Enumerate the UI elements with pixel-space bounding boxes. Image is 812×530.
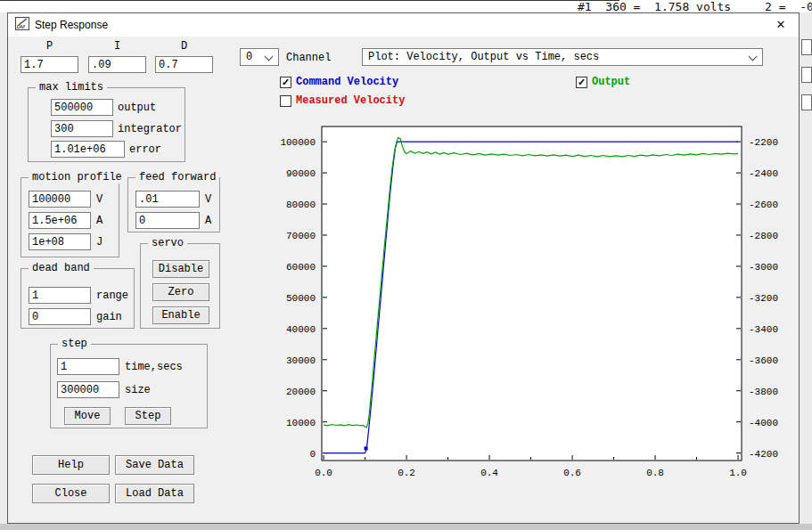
enable-button[interactable]: Enable [152, 306, 209, 324]
command-velocity-label: Command Velocity [296, 77, 398, 88]
dead-band-title: dead band [29, 262, 94, 274]
motion-profile-group: motion profile V A J [21, 177, 119, 257]
max-integrator-input[interactable] [51, 120, 113, 137]
background-left-strip [0, 12, 7, 524]
profile-v-input[interactable] [29, 191, 91, 208]
servo-group: servo Disable Zero Enable [140, 243, 220, 329]
deadband-range-label: range [96, 289, 128, 302]
svg-text:DM: DM [17, 24, 25, 29]
svg-text:0.2: 0.2 [398, 468, 415, 478]
zero-button[interactable]: Zero [152, 283, 209, 301]
svg-text:20000: 20000 [286, 387, 316, 397]
save-data-button[interactable]: Save Data [115, 455, 194, 475]
background-console: #1 360 = 1.758 volts 2 = -0. [0, 0, 812, 12]
deadband-gain-label: gain [96, 311, 122, 323]
output-label: Output [592, 77, 630, 88]
profile-j-label: J [96, 236, 103, 249]
window-title: Step Response [35, 19, 108, 31]
max-error-input[interactable] [51, 141, 125, 158]
command-velocity-checkbox[interactable] [280, 77, 291, 88]
move-button[interactable]: Move [64, 407, 111, 425]
disable-button[interactable]: Disable [152, 260, 209, 278]
step-size-label: size [125, 384, 151, 396]
close-dialog-button[interactable]: Close [32, 484, 110, 503]
svg-text:-4000: -4000 [749, 418, 778, 428]
profile-v-label: V [96, 193, 103, 206]
max-output-input[interactable] [51, 99, 113, 116]
svg-text:60000: 60000 [286, 262, 316, 273]
svg-text:-3600: -3600 [749, 355, 778, 366]
d-label: D [155, 40, 213, 53]
measured-velocity-checkbox[interactable] [280, 95, 291, 107]
p-label: P [21, 40, 78, 53]
svg-text:100000: 100000 [280, 137, 316, 148]
background-right-strip [800, 12, 812, 524]
close-icon[interactable]: ✕ [763, 13, 799, 37]
chevron-down-icon [749, 53, 758, 61]
chevron-down-icon [265, 53, 274, 61]
svg-text:-3400: -3400 [749, 324, 778, 335]
plot-type-select[interactable]: Plot: Velocity, Output vs Time, secs [362, 48, 763, 66]
plot-type-value: Plot: Velocity, Output vs Time, secs [368, 51, 599, 63]
svg-text:-3800: -3800 [749, 387, 778, 397]
svg-text:0.8: 0.8 [646, 468, 664, 478]
svg-text:-2600: -2600 [749, 200, 778, 210]
svg-text:90000: 90000 [286, 168, 316, 179]
svg-text:-2800: -2800 [749, 231, 778, 241]
profile-a-input[interactable] [29, 212, 91, 229]
ff-v-input[interactable] [135, 191, 200, 208]
svg-text:40000: 40000 [286, 324, 316, 335]
profile-a-label: A [96, 215, 103, 227]
max-integrator-label: integrator [118, 123, 182, 135]
step-group: step time,secs size Move Step [50, 344, 208, 428]
channel-select[interactable]: 0 [240, 48, 279, 66]
step-time-input[interactable] [57, 358, 119, 375]
svg-text:0.4: 0.4 [480, 468, 498, 478]
step-time-label: time,secs [125, 361, 183, 373]
svg-text:-4200: -4200 [749, 449, 778, 460]
svg-text:0: 0 [309, 449, 316, 460]
max-limits-title: max limits [36, 81, 107, 94]
svg-text:1.0: 1.0 [729, 468, 747, 478]
step-size-input[interactable] [57, 381, 119, 398]
deadband-range-input[interactable] [29, 287, 91, 304]
help-button[interactable]: Help [32, 455, 110, 475]
step-title: step [58, 338, 91, 350]
svg-text:0.6: 0.6 [563, 468, 581, 478]
output-checkbox[interactable] [576, 77, 587, 88]
step-button[interactable]: Step [125, 407, 171, 425]
channel-value: 0 [246, 51, 252, 63]
measured-velocity-label: Measured Velocity [296, 95, 405, 107]
step-response-chart: 0100002000030000400005000060000700008000… [271, 116, 797, 494]
svg-text:-2400: -2400 [749, 168, 778, 179]
background-fragment [801, 39, 812, 55]
load-data-button[interactable]: Load Data [115, 484, 194, 503]
profile-j-input[interactable] [29, 233, 91, 250]
background-fragment [801, 94, 812, 110]
max-output-label: output [118, 102, 156, 114]
max-limits-group: max limits output integrator error [28, 87, 185, 162]
i-input[interactable] [88, 56, 146, 73]
console-text: 2 = -0. [765, 0, 812, 13]
servo-title: servo [148, 237, 187, 249]
svg-text:70000: 70000 [286, 231, 316, 241]
app-icon: DM [15, 17, 29, 34]
p-input[interactable] [21, 56, 78, 73]
feed-forward-title: feed forward [135, 171, 219, 183]
console-text: #1 360 = 1.758 volts [578, 0, 731, 13]
background-fragment [801, 67, 812, 83]
motion-profile-title: motion profile [29, 171, 126, 183]
deadband-gain-input[interactable] [29, 308, 91, 325]
title-bar[interactable]: DM Step Response ✕ [8, 13, 799, 37]
ff-a-label: A [205, 215, 211, 227]
ff-v-label: V [205, 193, 211, 206]
console-border-line [0, 0, 619, 1]
ff-a-input[interactable] [135, 212, 200, 229]
svg-text:0.0: 0.0 [315, 468, 332, 478]
step-response-window: DM Step Response ✕ P I D max limits outp… [7, 12, 800, 524]
svg-text:80000: 80000 [286, 200, 316, 210]
d-input[interactable] [155, 56, 213, 73]
svg-text:50000: 50000 [286, 293, 316, 304]
svg-text:10000: 10000 [286, 418, 316, 428]
i-label: I [88, 40, 146, 53]
